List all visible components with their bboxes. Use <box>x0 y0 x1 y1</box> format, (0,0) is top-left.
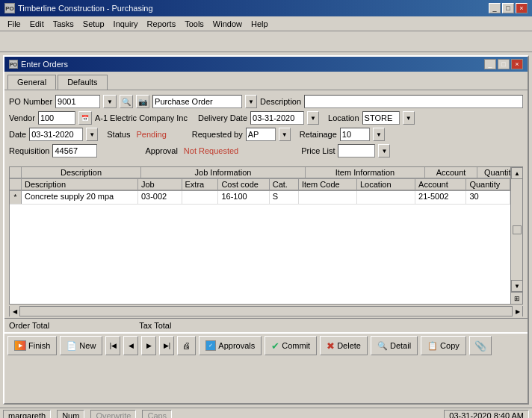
menu-reports[interactable]: Reports <box>143 18 181 30</box>
location-input[interactable] <box>362 111 400 125</box>
description-label: Description <box>260 97 301 106</box>
print-button[interactable]: 🖨 <box>177 336 196 355</box>
commit-label: Commit <box>282 341 310 350</box>
menu-tasks[interactable]: Tasks <box>49 18 78 30</box>
attach-icon: 📎 <box>474 340 486 352</box>
grid-col-location[interactable]: Location <box>357 179 415 190</box>
commit-button[interactable]: ✔ Commit <box>265 336 317 355</box>
delete-button[interactable]: ✖ Delete <box>320 336 368 355</box>
menu-edit[interactable]: Edit <box>25 18 49 30</box>
row-job[interactable]: 03-002 <box>138 191 182 204</box>
po-number-input[interactable] <box>55 95 100 108</box>
row-cat[interactable]: S <box>270 191 299 204</box>
status-user: margareth <box>3 410 51 419</box>
row-location[interactable] <box>357 191 415 204</box>
row-account[interactable]: 21-5002 <box>415 191 466 204</box>
grid-col-quantity[interactable]: Quantity <box>466 179 510 190</box>
date-input[interactable] <box>29 128 83 141</box>
approvals-button[interactable]: ✓ Approvals <box>199 336 262 355</box>
app-title: Timberline Construction - Purchasing <box>18 4 153 13</box>
menu-window[interactable]: Window <box>208 18 247 30</box>
minimize-button[interactable]: _ <box>489 3 501 13</box>
app-icon: PO <box>4 3 15 13</box>
po-search-btn[interactable]: 🔍 <box>120 95 133 108</box>
maximize-button[interactable]: □ <box>502 3 514 13</box>
window-maximize[interactable]: □ <box>498 59 510 69</box>
menu-tools[interactable]: Tools <box>180 18 208 30</box>
nav-prev[interactable]: ◀ <box>123 336 138 355</box>
menu-inquiry[interactable]: Inquiry <box>109 18 143 30</box>
price-list-input[interactable] <box>338 144 375 157</box>
close-button[interactable]: × <box>516 3 528 13</box>
approvals-icon: ✓ <box>205 340 216 351</box>
copy-button[interactable]: 📋 Copy <box>421 336 466 355</box>
description-input[interactable] <box>304 95 523 108</box>
form-row-3: Date ▼ Status Pending Requested by ▼ Ret… <box>9 128 523 141</box>
grid-col-description[interactable]: Description <box>22 179 138 190</box>
delivery-date-dropdown[interactable]: ▼ <box>307 111 319 125</box>
grid-col-job[interactable]: Job <box>138 179 182 190</box>
nav-first[interactable]: |◀ <box>105 336 120 355</box>
delivery-date-input[interactable] <box>250 111 304 125</box>
requisition-label: Requisition <box>9 146 49 155</box>
finish-button[interactable]: ▶ Finish <box>7 336 57 355</box>
menu-help[interactable]: Help <box>247 18 273 30</box>
grid-group-account: Account <box>425 167 477 178</box>
requested-by-input[interactable] <box>246 128 276 141</box>
attach-button[interactable]: 📎 <box>469 336 492 355</box>
row-item-code[interactable] <box>299 191 357 204</box>
window-title-bar: PO Enter Orders _ □ × <box>4 57 528 72</box>
grid-spacer <box>10 167 22 178</box>
vendor-browse-btn[interactable]: 📅 <box>78 111 92 125</box>
retainage-dropdown[interactable]: ▼ <box>373 128 385 141</box>
requested-by-dropdown[interactable]: ▼ <box>279 128 291 141</box>
po-number-label: PO Number <box>9 97 52 106</box>
grid-col-cost-code[interactable]: Cost code <box>218 179 269 190</box>
tax-total-value <box>186 321 246 330</box>
location-dropdown[interactable]: ▼ <box>403 111 415 125</box>
detail-button[interactable]: 🔍 Detail <box>371 336 418 355</box>
row-extra[interactable] <box>182 191 219 204</box>
menu-setup[interactable]: Setup <box>78 18 109 30</box>
nav-last[interactable]: ▶| <box>159 336 174 355</box>
status-num-lock: Num <box>57 410 84 419</box>
po-type-input[interactable] <box>152 95 242 108</box>
po-prev-btn[interactable]: ▼ <box>103 95 117 108</box>
scroll-thumb[interactable] <box>513 225 522 234</box>
po-type-dropdown[interactable]: ▼ <box>245 95 257 108</box>
price-list-label: Price List <box>301 146 335 155</box>
date-label: Date <box>9 130 26 139</box>
grid-col-item-code[interactable]: Item Code <box>299 179 357 190</box>
price-list-dropdown[interactable]: ▼ <box>378 144 390 157</box>
grid-col-cat[interactable]: Cat. <box>270 179 299 190</box>
scrollbar-extra[interactable]: ⊞ <box>511 292 522 304</box>
window-minimize[interactable]: _ <box>484 59 496 69</box>
row-quantity[interactable]: 30 <box>466 191 510 204</box>
scrollbar-down[interactable]: ▼ <box>511 280 523 292</box>
window-title: Enter Orders <box>21 60 68 69</box>
grid-col-account[interactable]: Account <box>415 179 466 190</box>
new-button[interactable]: 📄 New <box>60 336 102 355</box>
tab-general[interactable]: General <box>7 75 56 90</box>
date-dropdown[interactable]: ▼ <box>86 128 98 141</box>
status-datetime: 03-31-2020 8:40 AM <box>444 410 529 419</box>
delivery-date-label: Delivery Date <box>198 113 247 122</box>
grid-col-extra[interactable]: Extra <box>182 179 219 190</box>
retainage-input[interactable] <box>340 128 370 141</box>
vendor-input[interactable] <box>38 111 75 125</box>
po-camera-btn[interactable]: 📷 <box>136 95 149 108</box>
grid-col-headers: Description Job Extra Cost code Cat. Ite… <box>10 179 510 191</box>
h-scroll-right[interactable]: ▶ <box>512 306 522 316</box>
menu-file[interactable]: File <box>3 18 25 30</box>
scrollbar-up[interactable]: ▲ <box>511 167 523 179</box>
row-description[interactable]: Concrete supply 20 mpa <box>22 191 138 204</box>
table-row[interactable]: * Concrete supply 20 mpa 03-002 16-100 S… <box>10 191 510 205</box>
h-scroll-left[interactable]: ◀ <box>10 306 20 316</box>
window-close[interactable]: × <box>511 59 523 69</box>
row-cost-code[interactable]: 16-100 <box>218 191 269 204</box>
tab-defaults[interactable]: Defaults <box>58 75 107 90</box>
delete-icon: ✖ <box>327 340 335 352</box>
requisition-input[interactable] <box>52 144 97 157</box>
delete-label: Delete <box>337 341 361 350</box>
nav-next[interactable]: ▶ <box>141 336 156 355</box>
